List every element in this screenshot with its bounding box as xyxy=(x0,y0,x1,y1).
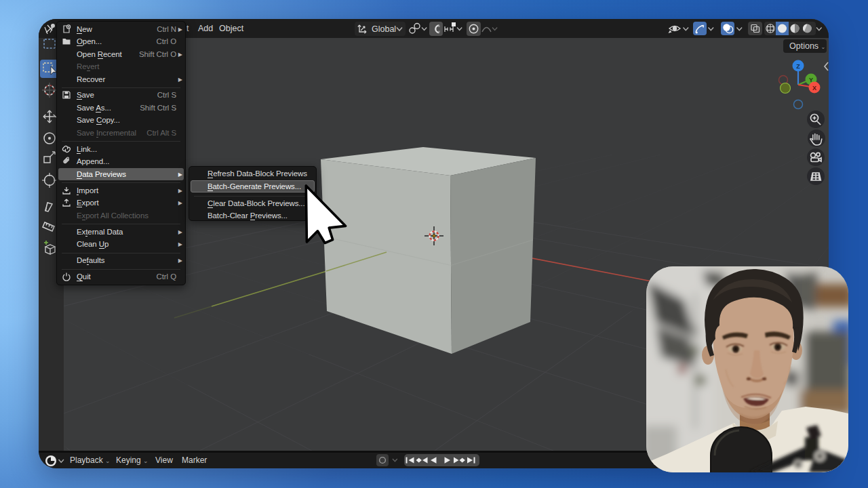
svg-text:X: X xyxy=(812,85,816,92)
svg-text:Y: Y xyxy=(809,77,813,83)
svg-text:Z: Z xyxy=(796,63,800,70)
svg-text:Global: Global xyxy=(372,24,396,34)
